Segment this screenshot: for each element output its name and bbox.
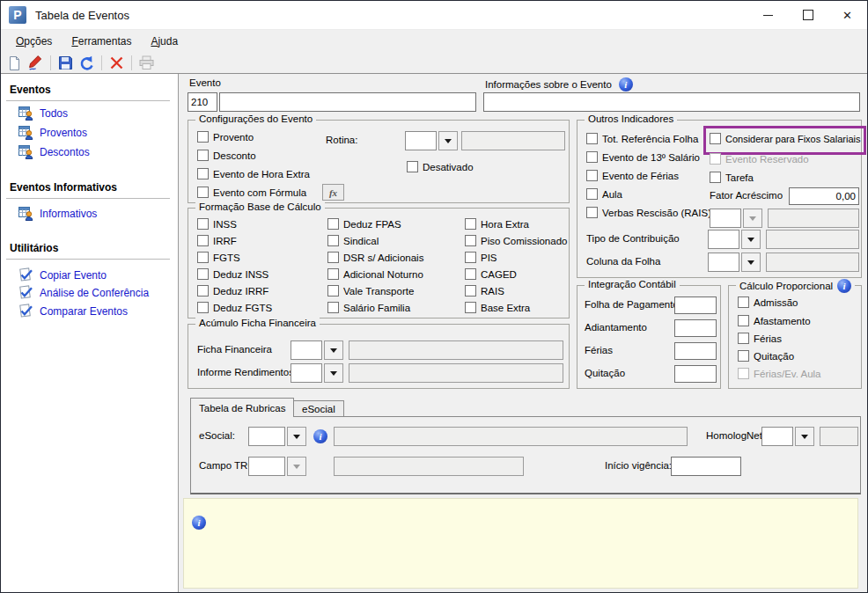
sidebar-item-analise-conferencia[interactable]: Análise de Conferência	[18, 285, 149, 300]
evento-label: Evento	[189, 77, 221, 88]
info-icon[interactable]: i	[837, 279, 851, 293]
checkbox-dsr-adicionais[interactable]: DSR s/ Adicionais	[327, 252, 423, 263]
sidebar-item-comparar-eventos[interactable]: Comparar Eventos	[18, 304, 128, 318]
group-acumulo: Acúmulo Ficha Financeira Ficha Financeir…	[188, 324, 570, 389]
checkbox-sindical[interactable]: Sindical	[327, 235, 379, 246]
checkbox-tot-referencia-folha[interactable]: Tot. Referência Folha	[586, 133, 698, 144]
checkbox-desativado[interactable]: Desativado	[407, 161, 474, 172]
checkbox-rais[interactable]: RAIS	[465, 285, 504, 296]
folha-pagamento-input[interactable]	[674, 296, 717, 314]
sidebar-item-proventos[interactable]: Proventos	[18, 125, 87, 140]
sidebar-item-descontos[interactable]: Descontos	[18, 144, 90, 159]
undo-button[interactable]	[77, 55, 96, 72]
checkbox-tarefa[interactable]: Tarefa	[710, 172, 754, 183]
save-button[interactable]	[56, 55, 75, 72]
info-icon[interactable]: i	[313, 429, 327, 443]
checkbox-pis[interactable]: PIS	[465, 252, 497, 263]
new-document-button[interactable]	[5, 55, 24, 72]
checkbox-piso-comissionado[interactable]: Piso Comissionado	[465, 235, 567, 246]
sidebar-item-label: Comparar Eventos	[40, 305, 128, 318]
toolbar-separator	[101, 55, 102, 70]
sidebar-item-copiar-evento[interactable]: Copiar Evento	[18, 267, 107, 282]
print-button[interactable]	[137, 55, 156, 72]
homolognet-combo-value[interactable]	[761, 427, 793, 446]
checkbox-considerar-fixos-salariais[interactable]: Considerar para Fixos Salariais	[710, 133, 860, 144]
edit-button[interactable]	[26, 55, 45, 72]
group-configuracoes-title: Configurações do Evento	[195, 113, 316, 124]
checkbox-prop-ferias[interactable]: Férias	[738, 333, 782, 344]
tab-esocial[interactable]: eSocial	[293, 400, 344, 417]
esocial-dropdown[interactable]	[287, 427, 306, 446]
checkbox-hora-extra[interactable]: Hora Extra	[465, 218, 529, 230]
rescisao-dropdown[interactable]	[743, 209, 762, 228]
rescisao-combo-value[interactable]	[710, 209, 741, 228]
checkbox-deduz-irrf[interactable]: Deduz IRRF	[197, 285, 268, 296]
tipo-contribuicao-dropdown[interactable]	[741, 230, 761, 249]
informe-rendimentos-dropdown[interactable]	[324, 363, 343, 383]
checkbox-desconto[interactable]: Desconto	[197, 150, 256, 161]
evento-code-input[interactable]	[188, 92, 217, 112]
checkbox-prop-quitacao[interactable]: Quitação	[738, 350, 794, 362]
checkbox-caged[interactable]: CAGED	[465, 268, 517, 280]
checkbox-evento-13-salario[interactable]: Evento de 13º Salário	[586, 151, 700, 163]
check-page-icon	[18, 304, 33, 318]
menu-ajuda[interactable]: Ajuda	[141, 32, 188, 51]
menu-ferramentas[interactable]: Ferramentas	[62, 32, 141, 51]
checkbox-irrf[interactable]: IRRF	[197, 235, 237, 246]
checkbox-evento-com-formula[interactable]: Evento com Fórmula	[197, 187, 306, 198]
checkbox-adicional-noturno[interactable]: Adicional Noturno	[327, 268, 423, 280]
minimize-button[interactable]	[748, 1, 788, 29]
inicio-vigencia-input[interactable]	[671, 457, 741, 476]
checkbox-deduz-fgts[interactable]: Deduz FGTS	[197, 302, 272, 313]
tab-tabela-de-rubricas[interactable]: Tabela de Rubricas	[190, 398, 294, 417]
checkbox-admissao[interactable]: Admissão	[738, 296, 798, 308]
checkbox-box	[327, 268, 339, 280]
ficha-financeira-label: Ficha Financeira	[197, 344, 272, 355]
fator-acrescimo-input[interactable]	[789, 187, 859, 205]
checkbox-fgts[interactable]: FGTS	[197, 252, 240, 263]
checkbox-vale-transporte[interactable]: Vale Transporte	[327, 285, 414, 296]
sidebar-heading-eventos-informativos: Eventos Informativos	[10, 181, 117, 194]
checkbox-deduz-inss[interactable]: Deduz INSS	[197, 268, 268, 280]
checkbox-evento-ferias[interactable]: Evento de Férias	[586, 170, 679, 181]
checkbox-aula[interactable]: Aula	[586, 188, 622, 200]
evento-name-input[interactable]	[219, 92, 476, 112]
info-icon[interactable]: i	[619, 77, 633, 92]
checkbox-box	[327, 285, 339, 296]
checkbox-evento-hora-extra[interactable]: Evento de Hora Extra	[197, 168, 310, 179]
close-icon: ✕	[842, 9, 852, 22]
checkbox-box	[738, 296, 749, 308]
ferias-input[interactable]	[674, 342, 717, 360]
sidebar-item-todos[interactable]: Todos	[18, 106, 68, 121]
rotina-combo-value[interactable]	[405, 131, 437, 150]
checkbox-provento[interactable]: Provento	[197, 131, 254, 143]
coluna-folha-dropdown[interactable]	[741, 253, 761, 272]
checkbox-box	[197, 168, 209, 179]
checkbox-box	[710, 153, 721, 165]
checkbox-salario-familia[interactable]: Salário Familia	[327, 302, 410, 313]
checkbox-verbas-rescisao[interactable]: Verbas Rescisão (RAIS)	[586, 207, 711, 218]
checkbox-box	[465, 252, 476, 263]
quitacao-input[interactable]	[674, 365, 717, 383]
campo-trct-combo-value[interactable]	[248, 457, 285, 476]
coluna-folha-combo-value[interactable]	[708, 253, 739, 272]
close-button[interactable]: ✕	[828, 1, 867, 29]
sidebar-item-informativos[interactable]: Informativos	[18, 206, 97, 221]
formula-fx-button[interactable]: fx	[322, 184, 344, 201]
esocial-combo-value[interactable]	[248, 427, 285, 446]
adiantamento-input[interactable]	[674, 319, 717, 337]
checkbox-inss[interactable]: INSS	[197, 218, 237, 230]
ficha-financeira-combo-value[interactable]	[291, 340, 322, 360]
info-evento-input[interactable]	[483, 92, 860, 112]
menu-opcoes[interactable]: Opções	[6, 32, 62, 51]
rotina-combo-dropdown[interactable]	[438, 131, 458, 150]
ficha-financeira-dropdown[interactable]	[324, 340, 343, 360]
homolognet-dropdown[interactable]	[795, 427, 814, 446]
tipo-contribuicao-combo-value[interactable]	[708, 230, 739, 249]
checkbox-deduz-fpas[interactable]: Deduz FPAS	[327, 218, 401, 230]
delete-button[interactable]	[107, 55, 126, 72]
checkbox-base-extra[interactable]: Base Extra	[465, 302, 530, 313]
maximize-button[interactable]	[788, 1, 828, 29]
checkbox-afastamento[interactable]: Afastamento	[738, 315, 811, 326]
informe-rendimentos-combo-value[interactable]	[291, 363, 322, 383]
